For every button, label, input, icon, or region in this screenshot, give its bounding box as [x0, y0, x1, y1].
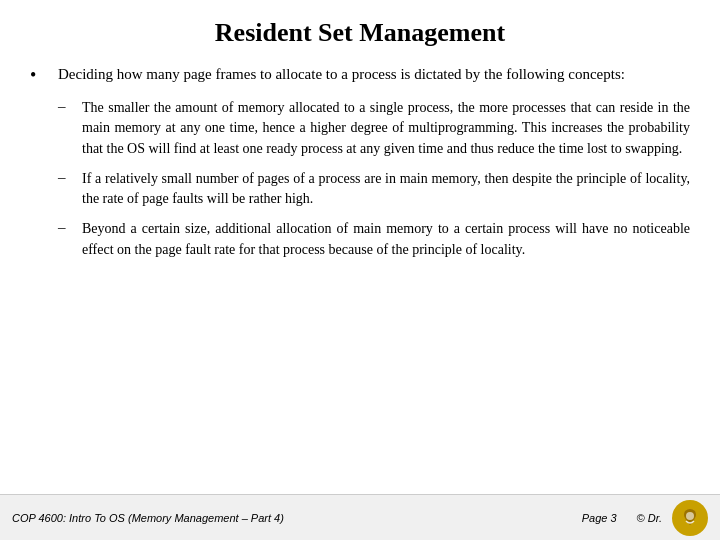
sub-dash-2: –	[58, 169, 82, 210]
sub-item-3: – Beyond a certain size, additional allo…	[58, 219, 690, 260]
sub-text-3: Beyond a certain size, additional alloca…	[82, 219, 690, 260]
main-content: • Deciding how many page frames to alloc…	[30, 64, 690, 540]
footer-course: COP 4600: Intro To OS (Memory Management…	[12, 512, 582, 524]
bullet-dot: •	[30, 64, 58, 86]
sub-item-2: – If a relatively small number of pages …	[58, 169, 690, 210]
footer-page: Page 3	[582, 512, 617, 524]
footer-logo	[672, 500, 708, 536]
sub-text-2: If a relatively small number of pages of…	[82, 169, 690, 210]
footer-copyright: © Dr.	[637, 512, 662, 524]
slide-title: Resident Set Management	[30, 18, 690, 48]
sub-dash-1: –	[58, 98, 82, 159]
sub-dash-3: –	[58, 219, 82, 260]
sub-item-1: – The smaller the amount of memory alloc…	[58, 98, 690, 159]
sub-text-1: The smaller the amount of memory allocat…	[82, 98, 690, 159]
sub-items-list: – The smaller the amount of memory alloc…	[58, 98, 690, 270]
slide-container: Resident Set Management • Deciding how m…	[0, 0, 720, 540]
bullet-text: Deciding how many page frames to allocat…	[58, 64, 625, 86]
main-bullet: • Deciding how many page frames to alloc…	[30, 64, 690, 86]
footer: COP 4600: Intro To OS (Memory Management…	[0, 494, 720, 540]
svg-point-1	[686, 512, 694, 520]
